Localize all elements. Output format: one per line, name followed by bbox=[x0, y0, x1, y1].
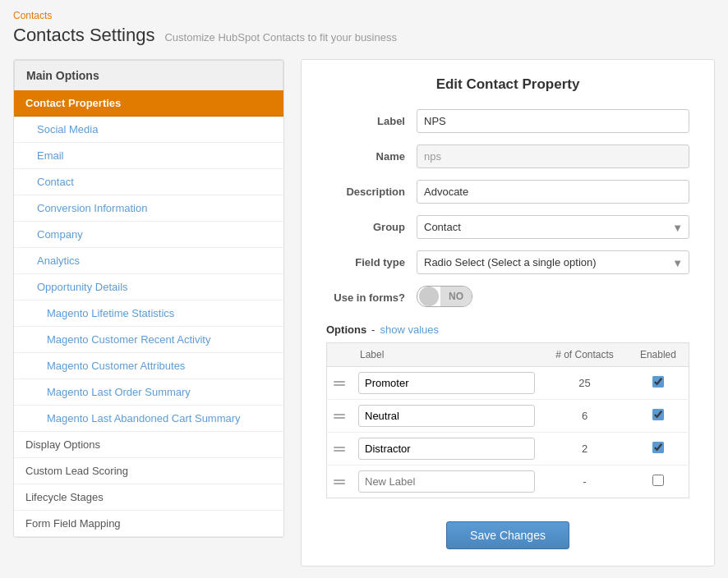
toggle-knob bbox=[419, 287, 439, 306]
options-table-header-row: Label # of Contacts Enabled bbox=[327, 343, 689, 367]
drag-handle-cell bbox=[327, 367, 352, 400]
field-type-select[interactable]: Radio Select (Select a single option) bbox=[417, 250, 689, 274]
sidebar-item-form-field-mapping[interactable]: Form Field Mapping bbox=[14, 511, 283, 537]
sidebar-item-lifecycle-stages[interactable]: Lifecycle Stages bbox=[14, 484, 283, 511]
table-row: - bbox=[327, 466, 689, 498]
sidebar-main-options: Main Options bbox=[14, 60, 283, 90]
sidebar-item-email[interactable]: Email bbox=[14, 143, 283, 169]
field-type-label: Field type bbox=[326, 256, 417, 268]
enabled-cell-distractor bbox=[628, 433, 689, 466]
enabled-cell-new bbox=[628, 466, 689, 498]
form-row-group: Group Contact ▼ bbox=[326, 215, 689, 239]
contact-count-promoter: 25 bbox=[541, 367, 628, 400]
form-row-field-type: Field type Radio Select (Select a single… bbox=[326, 250, 689, 274]
sidebar-item-opportunity-details[interactable]: Opportunity Details bbox=[14, 274, 283, 300]
group-field-label: Group bbox=[326, 221, 417, 233]
drag-handle-icon[interactable] bbox=[334, 414, 345, 419]
option-label-cell bbox=[352, 433, 541, 466]
drag-handle-cell bbox=[327, 466, 352, 498]
drag-handle-icon[interactable] bbox=[334, 479, 345, 484]
label-column-header: Label bbox=[352, 343, 541, 367]
form-row-name: Name bbox=[326, 144, 689, 168]
option-label-input-distractor[interactable] bbox=[358, 438, 535, 460]
sidebar-item-custom-lead-scoring[interactable]: Custom Lead Scoring bbox=[14, 458, 283, 484]
enabled-cell-promoter bbox=[628, 367, 689, 400]
options-header: Options - show values bbox=[326, 323, 689, 336]
sidebar-item-analytics[interactable]: Analytics bbox=[14, 248, 283, 274]
show-values-link[interactable]: show values bbox=[380, 323, 439, 336]
table-row: 6 bbox=[327, 400, 689, 433]
description-field-label: Description bbox=[326, 186, 417, 198]
label-field-label: Label bbox=[326, 115, 417, 127]
name-field-wrapper bbox=[417, 144, 689, 168]
toggle-wrapper: NO bbox=[417, 286, 689, 309]
contact-count-neutral: 6 bbox=[541, 400, 628, 433]
use-in-forms-label: Use in forms? bbox=[326, 291, 417, 304]
group-field-wrapper: Contact ▼ bbox=[417, 215, 689, 239]
sidebar-item-contact[interactable]: Contact bbox=[14, 169, 283, 195]
sidebar-item-company[interactable]: Company bbox=[14, 222, 283, 248]
option-label-cell bbox=[352, 367, 541, 400]
sidebar-item-social-media[interactable]: Social Media bbox=[14, 117, 283, 143]
options-header-text: Options bbox=[326, 323, 366, 336]
drag-column-header bbox=[327, 343, 352, 367]
name-field-label: Name bbox=[326, 150, 417, 163]
form-row-use-in-forms: Use in forms? NO bbox=[326, 286, 689, 309]
page-subtitle: Customize HubSpot Contacts to fit your b… bbox=[164, 31, 397, 44]
options-table: Label # of Contacts Enabled bbox=[326, 342, 689, 498]
enabled-checkbox-promoter[interactable] bbox=[652, 376, 664, 388]
sidebar-item-magento-last-abandoned[interactable]: Magento Last Abandoned Cart Summary bbox=[14, 406, 283, 432]
description-field-wrapper bbox=[417, 180, 689, 204]
label-field-wrapper bbox=[417, 109, 689, 133]
sidebar-item-contact-properties[interactable]: Contact Properties bbox=[14, 90, 283, 117]
description-input[interactable] bbox=[417, 180, 689, 204]
contact-count-distractor: 2 bbox=[541, 433, 628, 466]
label-input[interactable] bbox=[417, 109, 689, 133]
options-dash: - bbox=[371, 323, 375, 336]
option-label-input-neutral[interactable] bbox=[358, 405, 535, 427]
enabled-column-header: Enabled bbox=[628, 343, 689, 367]
sidebar: Main Options Contact Properties Social M… bbox=[13, 59, 284, 567]
enabled-checkbox-distractor[interactable] bbox=[652, 442, 664, 453]
drag-handle-cell bbox=[327, 433, 352, 466]
sidebar-item-magento-customer-attrs[interactable]: Magento Customer Attributes bbox=[14, 353, 283, 379]
sidebar-item-conversion-information[interactable]: Conversion Information bbox=[14, 195, 283, 222]
save-button[interactable]: Save Changes bbox=[446, 521, 569, 549]
use-in-forms-toggle[interactable]: NO bbox=[417, 286, 472, 307]
name-input bbox=[417, 144, 689, 168]
option-label-input-promoter[interactable] bbox=[358, 372, 535, 394]
form-row-description: Description bbox=[326, 180, 689, 204]
drag-handle-icon[interactable] bbox=[334, 381, 345, 386]
sidebar-item-magento-last-order[interactable]: Magento Last Order Summary bbox=[14, 379, 283, 406]
group-select[interactable]: Contact bbox=[417, 215, 689, 239]
content-panel: Edit Contact Property Label Name Descrip… bbox=[301, 59, 715, 567]
contacts-column-header: # of Contacts bbox=[541, 343, 628, 367]
option-label-cell bbox=[352, 466, 541, 498]
save-row: Save Changes bbox=[326, 521, 689, 549]
page-wrapper: Contacts Contacts Settings Customize Hub… bbox=[0, 0, 728, 578]
option-label-cell bbox=[352, 400, 541, 433]
contact-count-new: - bbox=[541, 466, 628, 498]
main-layout: Main Options Contact Properties Social M… bbox=[13, 59, 715, 567]
toggle-label: NO bbox=[440, 287, 472, 306]
sidebar-item-magento-customer-recent[interactable]: Magento Customer Recent Activity bbox=[14, 327, 283, 353]
option-label-input-new[interactable] bbox=[358, 470, 535, 493]
table-row: 25 bbox=[327, 367, 689, 400]
drag-handle-cell bbox=[327, 400, 352, 433]
form-row-label: Label bbox=[326, 109, 689, 133]
breadcrumb[interactable]: Contacts bbox=[13, 10, 715, 21]
drag-handle-icon[interactable] bbox=[334, 447, 345, 452]
enabled-checkbox-new[interactable] bbox=[652, 475, 664, 486]
page-title: Contacts Settings bbox=[13, 25, 154, 46]
sidebar-item-magento-lifetime[interactable]: Magento Lifetime Statistics bbox=[14, 300, 283, 327]
enabled-cell-neutral bbox=[628, 400, 689, 433]
sidebar-item-display-options[interactable]: Display Options bbox=[14, 432, 283, 458]
field-type-wrapper: Radio Select (Select a single option) ▼ bbox=[417, 250, 689, 274]
table-row: 2 bbox=[327, 433, 689, 466]
enabled-checkbox-neutral[interactable] bbox=[652, 409, 664, 420]
page-title-row: Contacts Settings Customize HubSpot Cont… bbox=[13, 25, 715, 46]
sidebar-section-wrapper: Main Options Contact Properties Social M… bbox=[13, 59, 284, 538]
edit-form-title: Edit Contact Property bbox=[326, 76, 689, 93]
